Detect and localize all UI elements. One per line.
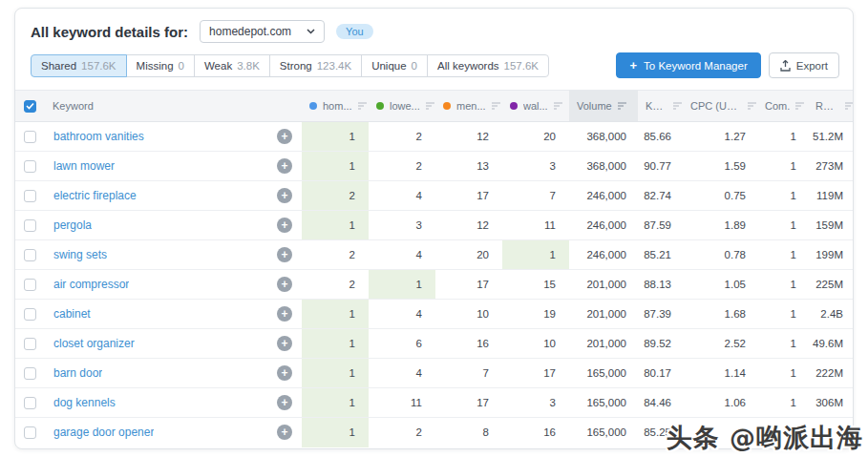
column-label: lowe...: [390, 100, 420, 112]
sort-icon[interactable]: [747, 101, 757, 111]
position-men: 13: [435, 152, 502, 181]
wal-competitor-dot-icon: [510, 102, 518, 110]
position-wal: 19: [502, 300, 569, 329]
add-to-list-button[interactable]: +: [277, 188, 292, 203]
volume-value: 368,000: [569, 122, 638, 152]
tab-count: 123.4K: [317, 60, 351, 72]
add-to-list-button[interactable]: +: [277, 365, 292, 381]
position-men: 17: [435, 181, 502, 211]
tab-label: Unique: [371, 60, 406, 72]
sort-icon[interactable]: [617, 101, 627, 111]
kd-value: 85.21: [638, 240, 683, 270]
position-lowe: 2: [369, 152, 435, 181]
keyword-link[interactable]: electric fireplace: [53, 189, 137, 202]
keyword-link[interactable]: swing sets: [53, 248, 107, 261]
add-to-list-button[interactable]: +: [277, 277, 292, 292]
keyword-link[interactable]: closet organizer: [53, 337, 135, 350]
volume-value: 368,000: [569, 152, 638, 181]
column-label: Keyword: [53, 100, 94, 112]
keyword-link[interactable]: barn door: [53, 366, 102, 380]
keyword-table: Keywordhom...lowe...men...wal...VolumeKD…: [15, 90, 853, 447]
add-to-list-button[interactable]: +: [277, 247, 292, 262]
keyword-link[interactable]: dog kennels: [53, 396, 116, 409]
add-to-list-button[interactable]: +: [277, 336, 292, 351]
row-checkbox[interactable]: [24, 160, 36, 173]
tab-strong[interactable]: Strong 123.4K: [269, 54, 362, 77]
tab-shared[interactable]: Shared 157.6K: [31, 54, 127, 77]
keyword-cell: electric fireplace+: [45, 181, 302, 211]
tab-all-keywords[interactable]: All keywords 157.6K: [427, 54, 549, 77]
export-button[interactable]: Export: [769, 52, 839, 78]
table-row: air compressor+211715201,00088.131.05122…: [15, 270, 854, 300]
select-all-checkbox[interactable]: [24, 100, 36, 113]
plus-icon: +: [629, 59, 637, 72]
sort-icon[interactable]: [491, 101, 501, 111]
row-checkbox[interactable]: [24, 338, 36, 350]
domain-dropdown[interactable]: homedepot.com: [200, 20, 325, 43]
column-header-results[interactable]: Results: [808, 91, 854, 122]
add-to-list-button[interactable]: +: [277, 129, 292, 144]
table-row: cabinet+141019201,00087.391.6812.4B: [15, 300, 854, 329]
position-men: 17: [435, 388, 502, 418]
row-checkbox[interactable]: [24, 219, 36, 232]
row-checkbox[interactable]: [24, 131, 36, 143]
sort-icon[interactable]: [844, 101, 854, 111]
tab-unique[interactable]: Unique 0: [361, 54, 428, 77]
row-checkbox-cell: [15, 240, 45, 270]
tab-weak[interactable]: Weak 3.8K: [194, 54, 270, 77]
sort-icon[interactable]: [357, 101, 368, 111]
com-value: 1: [757, 181, 808, 211]
row-checkbox[interactable]: [24, 249, 36, 261]
column-header-cpc[interactable]: CPC (USD): [683, 91, 757, 122]
hom-competitor-dot-icon: [309, 102, 317, 110]
volume-value: 201,000: [569, 270, 638, 300]
row-checkbox[interactable]: [24, 367, 36, 380]
row-checkbox[interactable]: [24, 397, 36, 409]
add-to-list-button[interactable]: +: [277, 218, 292, 233]
cpc-value: 1.59: [683, 152, 757, 181]
column-header-men[interactable]: men...: [435, 91, 502, 122]
add-to-list-button[interactable]: +: [277, 306, 292, 322]
add-to-list-button[interactable]: +: [277, 395, 292, 410]
column-header-com[interactable]: Com.: [757, 91, 808, 122]
tab-missing[interactable]: Missing 0: [126, 54, 195, 77]
keyword-link[interactable]: bathroom vanities: [53, 130, 144, 143]
position-wal: 16: [502, 418, 569, 447]
tab-label: Shared: [41, 60, 76, 72]
row-checkbox[interactable]: [24, 426, 36, 439]
column-header-kd[interactable]: KD%: [638, 91, 683, 122]
keyword-link[interactable]: garage door opener: [53, 426, 154, 439]
sort-icon[interactable]: [794, 101, 805, 111]
keyword-link[interactable]: cabinet: [53, 307, 91, 321]
row-checkbox[interactable]: [24, 190, 36, 202]
position-wal: 7: [502, 181, 569, 211]
title-row: All keyword details for: homedepot.com Y…: [31, 20, 839, 43]
add-to-list-button[interactable]: +: [277, 425, 292, 440]
table-row: closet organizer+161610201,00089.522.521…: [15, 329, 854, 359]
row-checkbox-cell: [15, 388, 45, 418]
keyword-cell: closet organizer+: [45, 329, 302, 359]
kd-value: 85.66: [638, 122, 683, 152]
keyword-link[interactable]: air compressor: [53, 278, 129, 291]
column-header-lowe[interactable]: lowe...: [369, 91, 435, 122]
column-header-wal[interactable]: wal...: [502, 91, 569, 122]
sort-icon[interactable]: [425, 101, 435, 111]
position-hom: 1: [302, 300, 369, 329]
sort-icon[interactable]: [553, 101, 563, 111]
keyword-cell: air compressor+: [45, 270, 302, 300]
kd-value: 80.17: [638, 359, 683, 388]
sort-icon[interactable]: [672, 101, 683, 111]
keyword-link[interactable]: lawn mower: [53, 159, 115, 173]
add-to-list-button[interactable]: +: [277, 158, 292, 174]
column-header-volume[interactable]: Volume: [569, 91, 638, 122]
select-all-header: [15, 91, 45, 122]
row-checkbox[interactable]: [24, 279, 36, 291]
results-value: 2.4B: [808, 300, 854, 329]
column-header-hom[interactable]: hom...: [302, 91, 369, 122]
keyword-link[interactable]: pergola: [53, 218, 92, 232]
to-keyword-manager-button[interactable]: + To Keyword Manager: [616, 52, 760, 78]
row-checkbox[interactable]: [24, 308, 36, 321]
toolbar: Shared 157.6K Missing 0 Weak 3.8K Strong…: [31, 52, 839, 78]
position-lowe: 6: [369, 329, 435, 359]
position-men: 10: [435, 300, 502, 329]
